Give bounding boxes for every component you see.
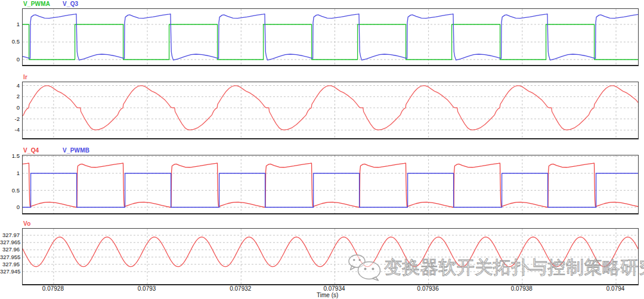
x-tick-label: 0.07936 <box>407 285 450 292</box>
plot-box-panel-4 <box>22 228 639 285</box>
y-tick-label: 327.955 <box>0 254 20 260</box>
y-tick-label: 327.96 <box>0 246 20 253</box>
y-tick-label: 0.5 <box>0 38 20 45</box>
plot-svg-panel-3 <box>23 155 638 213</box>
trace-Vo <box>23 237 638 267</box>
plot-box-panel-2 <box>22 82 639 139</box>
y-tick-label: 327.945 <box>0 268 20 275</box>
y-tick-label: 327.95 <box>0 261 20 267</box>
y-tick-label: 327.97 <box>0 232 20 238</box>
plot-svg-panel-4 <box>23 229 638 284</box>
legend-V_PWMA: V_PWMA <box>23 1 50 7</box>
y-tick-label: 0 <box>0 204 20 210</box>
legend-Vo: Vo <box>23 220 30 227</box>
y-tick-label: -4 <box>0 126 20 133</box>
trace-V_Q4 <box>23 163 638 207</box>
legend-V_Q3: V_Q3 <box>63 1 78 7</box>
legend-V_Q4: V_Q4 <box>23 147 39 154</box>
waveform-figure: V_PWMAV_Q310.50Ir420-2-4V_Q4V_PWMB1.510.… <box>0 0 644 299</box>
y-tick-label: 1.5 <box>0 152 20 159</box>
x-axis-title: Time (s) <box>317 292 338 298</box>
y-tick-label: 0 <box>0 104 20 111</box>
y-tick-label: 1 <box>0 21 20 27</box>
plot-box-panel-1 <box>22 8 639 66</box>
legend-V_PWMB: V_PWMB <box>63 147 89 154</box>
y-tick-label: 4 <box>0 82 20 89</box>
plot-svg-panel-2 <box>23 82 638 138</box>
plot-svg-panel-1 <box>23 9 638 65</box>
y-tick-label: 0.5 <box>0 187 20 194</box>
y-tick-label: 327.965 <box>0 239 20 245</box>
y-tick-label: 0 <box>0 56 20 63</box>
y-tick-label: -2 <box>0 116 20 122</box>
y-tick-label: 1 <box>0 170 20 176</box>
x-tick-label: 0.07938 <box>500 285 543 292</box>
legend-Ir: Ir <box>23 74 27 80</box>
plot-box-panel-3 <box>22 155 639 214</box>
x-tick-label: 0.0794 <box>594 285 637 292</box>
x-tick-label: 0.07932 <box>219 285 262 292</box>
y-tick-label: 2 <box>0 93 20 99</box>
x-tick-label: 0.07928 <box>32 285 75 292</box>
x-tick-label: 0.0793 <box>125 285 168 292</box>
x-tick-label: 0.07934 <box>312 285 355 292</box>
